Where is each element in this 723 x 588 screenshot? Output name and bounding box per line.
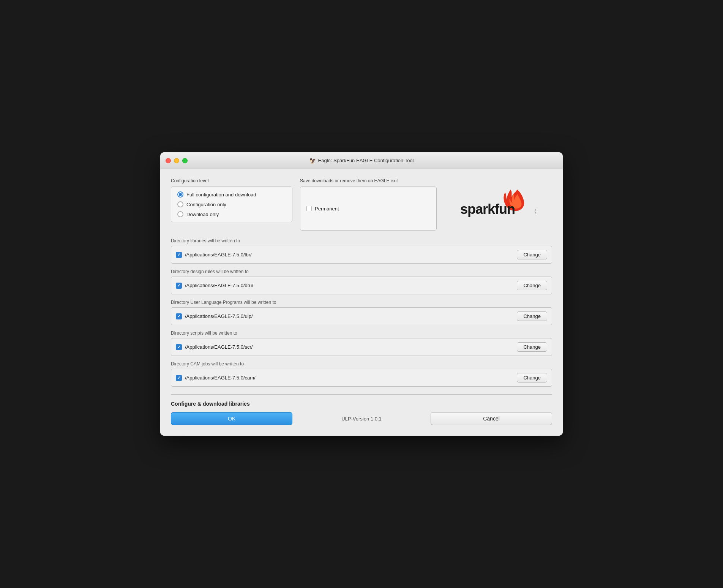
- dir-left-1: /Applications/EAGLE-7.5.0/dru/: [176, 283, 253, 289]
- dir-path-4: /Applications/EAGLE-7.5.0/cam/: [185, 375, 256, 381]
- app-icon: 🦅: [309, 158, 316, 164]
- change-button-3[interactable]: Change: [517, 342, 547, 352]
- bottom-buttons: OK ULP-Version 1.0.1 Cancel: [171, 412, 552, 425]
- logo-panel: sparkfun ®: [444, 178, 552, 231]
- dir-row-4: /Applications/EAGLE-7.5.0/cam/ Change: [171, 369, 552, 387]
- cancel-button[interactable]: Cancel: [431, 412, 552, 425]
- radio-download-only-label: Download only: [186, 212, 219, 217]
- main-window: 🦅 Eagle: SparkFun EAGLE Configuration To…: [160, 152, 563, 436]
- bottom-section: Configure & download libraries OK ULP-Ve…: [171, 394, 552, 425]
- save-panel-inner: Permanent: [306, 191, 430, 226]
- configure-label: Configure & download libraries: [171, 401, 552, 407]
- dir-label-1: Directory design rules will be written t…: [171, 269, 552, 274]
- dir-path-2: /Applications/EAGLE-7.5.0/ulp/: [185, 313, 253, 319]
- dir-label-4: Directory CAM jobs will be written to: [171, 361, 552, 367]
- save-downloads-box: Permanent: [300, 187, 437, 231]
- directory-section-1: Directory design rules will be written t…: [171, 269, 552, 294]
- minimize-button[interactable]: [174, 158, 179, 163]
- dir-left-2: /Applications/EAGLE-7.5.0/ulp/: [176, 313, 253, 319]
- dir-left-4: /Applications/EAGLE-7.5.0/cam/: [176, 375, 256, 381]
- dir-left-0: /Applications/EAGLE-7.5.0/lbr/: [176, 252, 252, 258]
- radio-full-label: Full configuration and download: [186, 192, 256, 198]
- directory-section-3: Directory scripts will be written to /Ap…: [171, 330, 552, 356]
- save-downloads-panel: Save downloads or remove them on EAGLE e…: [300, 178, 437, 231]
- content-area: Configuration level Full configuration a…: [160, 169, 563, 436]
- dir-row-3: /Applications/EAGLE-7.5.0/scr/ Change: [171, 338, 552, 356]
- dir-path-0: /Applications/EAGLE-7.5.0/lbr/: [185, 252, 252, 258]
- change-button-1[interactable]: Change: [517, 281, 547, 290]
- titlebar: 🦅 Eagle: SparkFun EAGLE Configuration To…: [160, 152, 563, 169]
- close-button[interactable]: [166, 158, 171, 163]
- dir-checkbox-2[interactable]: [176, 313, 182, 319]
- dir-checkbox-4[interactable]: [176, 375, 182, 381]
- directory-section-4: Directory CAM jobs will be written to /A…: [171, 361, 552, 387]
- save-downloads-label: Save downloads or remove them on EAGLE e…: [300, 178, 437, 183]
- config-level-box: Full configuration and download Configur…: [171, 187, 292, 222]
- dir-row-0: /Applications/EAGLE-7.5.0/lbr/ Change: [171, 246, 552, 264]
- radio-group: Full configuration and download Configur…: [177, 191, 286, 217]
- change-button-0[interactable]: Change: [517, 250, 547, 259]
- dir-label-3: Directory scripts will be written to: [171, 330, 552, 336]
- radio-config-only[interactable]: Configuration only: [177, 201, 286, 207]
- permanent-label: Permanent: [315, 206, 339, 212]
- dir-label-0: Directory libraries will be written to: [171, 238, 552, 243]
- radio-full-circle: [177, 191, 183, 198]
- radio-config-only-label: Configuration only: [186, 202, 226, 207]
- maximize-button[interactable]: [182, 158, 188, 163]
- radio-download-only-circle: [177, 211, 183, 217]
- permanent-checkbox[interactable]: Permanent: [306, 206, 339, 212]
- change-button-2[interactable]: Change: [517, 311, 547, 321]
- version-label: ULP-Version 1.0.1: [300, 416, 423, 422]
- dir-checkbox-3[interactable]: [176, 344, 182, 350]
- directory-section-0: Directory libraries will be written to /…: [171, 238, 552, 264]
- dir-row-2: /Applications/EAGLE-7.5.0/ulp/ Change: [171, 307, 552, 325]
- window-title: 🦅 Eagle: SparkFun EAGLE Configuration To…: [309, 158, 414, 164]
- dir-checkbox-0[interactable]: [176, 252, 182, 258]
- config-level-panel: Configuration level Full configuration a…: [171, 178, 292, 231]
- dir-left-3: /Applications/EAGLE-7.5.0/scr/: [176, 344, 253, 350]
- radio-config-only-circle: [177, 201, 183, 207]
- svg-text:sparkfun: sparkfun: [460, 201, 515, 217]
- radio-full[interactable]: Full configuration and download: [177, 191, 286, 198]
- ok-button[interactable]: OK: [171, 412, 292, 425]
- permanent-checkbox-box: [306, 206, 312, 211]
- dir-path-1: /Applications/EAGLE-7.5.0/dru/: [185, 283, 253, 288]
- directory-section-2: Directory User Language Programs will be…: [171, 300, 552, 325]
- config-level-label: Configuration level: [171, 178, 292, 183]
- dir-label-2: Directory User Language Programs will be…: [171, 300, 552, 305]
- dir-checkbox-1[interactable]: [176, 283, 182, 289]
- directories-container: Directory libraries will be written to /…: [171, 238, 552, 387]
- dir-row-1: /Applications/EAGLE-7.5.0/dru/ Change: [171, 277, 552, 294]
- svg-text:®: ®: [535, 208, 536, 215]
- top-section: Configuration level Full configuration a…: [171, 178, 552, 231]
- traffic-lights: [166, 158, 188, 163]
- sparkfun-logo: sparkfun ®: [460, 187, 536, 222]
- dir-path-3: /Applications/EAGLE-7.5.0/scr/: [185, 344, 253, 350]
- radio-download-only[interactable]: Download only: [177, 211, 286, 217]
- change-button-4[interactable]: Change: [517, 373, 547, 383]
